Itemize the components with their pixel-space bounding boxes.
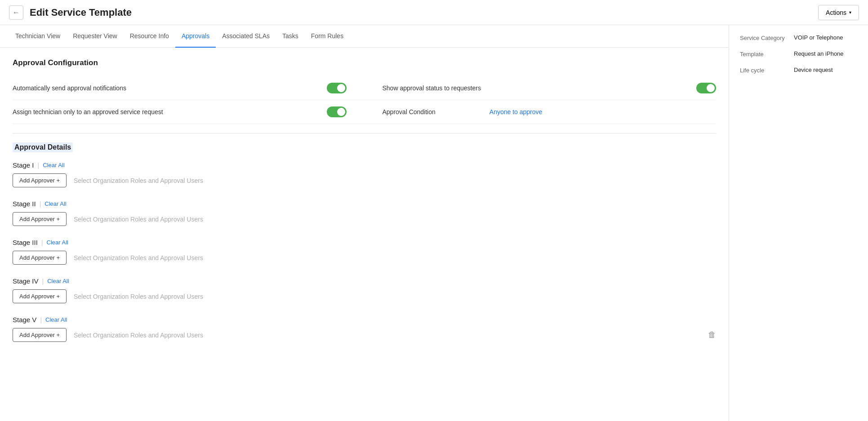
trash-icon[interactable]: 🗑 [708, 330, 716, 340]
stage-2-add-approver-button[interactable]: Add Approver + [13, 212, 67, 226]
sidebar-lifecycle-value: Device request [794, 66, 833, 73]
sidebar-row-lifecycle: Life cycle Device request [740, 66, 857, 74]
stage-2-name: Stage II [13, 200, 36, 208]
auto-send-toggle[interactable] [327, 83, 347, 93]
back-button[interactable]: ← [9, 5, 23, 20]
approval-condition-label: Approval Condition [383, 108, 436, 115]
actions-label: Actions [826, 9, 846, 16]
stage-2-clear-all[interactable]: Clear All [45, 200, 66, 207]
stage-1-add-approver-button[interactable]: Add Approver + [13, 173, 67, 187]
sidebar-service-category-key: Service Category [740, 34, 794, 41]
stage-5-add-approver-button[interactable]: Add Approver + [13, 328, 67, 342]
stage-1-name: Stage I [13, 161, 34, 169]
approval-details-title: Approval Details [13, 142, 73, 152]
tab-tasks[interactable]: Tasks [276, 25, 305, 48]
sidebar-template-key: Template [740, 50, 794, 58]
page-title: Edit Service Template [30, 7, 818, 18]
stage-3-body: Add Approver + Select Organization Roles… [13, 251, 716, 265]
page-content: Approval Configuration Automatically sen… [0, 48, 729, 421]
tab-resource-info[interactable]: Resource Info [124, 25, 175, 48]
stage-4-header: Stage IV | Clear All [13, 277, 716, 285]
stage-section-4: Stage IV | Clear All Add Approver + Sele… [13, 277, 716, 303]
stage-3-header: Stage III | Clear All [13, 239, 716, 246]
stage-4-body: Add Approver + Select Organization Roles… [13, 289, 716, 303]
header: ← Edit Service Template Actions ▾ [0, 0, 868, 25]
config-right-1: Show approval status to requesters [365, 76, 717, 100]
stage-1-body: Add Approver + Select Organization Roles… [13, 173, 716, 187]
stage-4-add-approver-button[interactable]: Add Approver + [13, 289, 67, 303]
stage-3-add-approver-button[interactable]: Add Approver + [13, 251, 67, 265]
stage-3-placeholder: Select Organization Roles and Approval U… [74, 254, 203, 261]
stage-section-3: Stage III | Clear All Add Approver + Sel… [13, 239, 716, 265]
sidebar-template-value: Request an iPhone [794, 50, 844, 57]
auto-send-label: Automatically send approval notification… [13, 84, 126, 92]
stage-1-clear-all[interactable]: Clear All [43, 162, 64, 168]
stage-section-2: Stage II | Clear All Add Approver + Sele… [13, 200, 716, 226]
chevron-down-icon: ▾ [849, 10, 851, 15]
sidebar-lifecycle-key: Life cycle [740, 66, 794, 74]
sidebar-row-service-category: Service Category VOIP or Telephone [740, 34, 857, 41]
show-approval-status-label: Show approval status to requesters [383, 84, 481, 92]
tabs-bar: Technician View Requester View Resource … [0, 25, 729, 48]
stage-1-header: Stage I | Clear All [13, 161, 716, 169]
assign-technician-label: Assign technician only to an approved se… [13, 108, 163, 115]
sidebar-service-category-value: VOIP or Telephone [794, 34, 843, 41]
stage-2-body: Add Approver + Select Organization Roles… [13, 212, 716, 226]
stage-3-name: Stage III [13, 239, 38, 246]
show-approval-status-toggle[interactable] [696, 83, 716, 93]
stage-section-5: Stage V | Clear All Add Approver + Selec… [13, 316, 716, 342]
tab-technician-view[interactable]: Technician View [9, 25, 67, 48]
tab-approvals[interactable]: Approvals [175, 25, 216, 48]
back-arrow-icon: ← [13, 9, 20, 17]
stage-5-name: Stage V [13, 316, 36, 324]
assign-technician-toggle[interactable] [327, 106, 347, 117]
stage-2-header: Stage II | Clear All [13, 200, 716, 208]
content-area: Technician View Requester View Resource … [0, 25, 729, 421]
stage-section-1: Stage I | Clear All Add Approver + Selec… [13, 161, 716, 187]
approval-config-title: Approval Configuration [13, 58, 716, 67]
stage-1-placeholder: Select Organization Roles and Approval U… [74, 177, 203, 184]
config-row-1: Automatically send approval notification… [13, 76, 716, 100]
stage-4-name: Stage IV [13, 277, 39, 285]
approval-condition-value[interactable]: Anyone to approve [490, 108, 543, 115]
config-row-2: Assign technician only to an approved se… [13, 100, 716, 124]
stage-4-placeholder: Select Organization Roles and Approval U… [74, 293, 203, 300]
app-container: ← Edit Service Template Actions ▾ Techni… [0, 0, 868, 421]
stage-5-clear-all[interactable]: Clear All [45, 316, 67, 323]
stage-3-clear-all[interactable]: Clear All [47, 239, 68, 246]
stage-5-header: Stage V | Clear All [13, 316, 716, 324]
stage-5-placeholder: Select Organization Roles and Approval U… [74, 332, 203, 339]
section-divider [13, 133, 716, 133]
main-layout: Technician View Requester View Resource … [0, 25, 868, 421]
sidebar-row-template: Template Request an iPhone [740, 50, 857, 58]
actions-button[interactable]: Actions ▾ [818, 5, 859, 20]
config-left-2: Assign technician only to an approved se… [13, 100, 365, 124]
tab-form-rules[interactable]: Form Rules [305, 25, 350, 48]
stage-2-placeholder: Select Organization Roles and Approval U… [74, 216, 203, 223]
stage-4-clear-all[interactable]: Clear All [47, 278, 69, 284]
stage-5-body: Add Approver + Select Organization Roles… [13, 328, 716, 342]
tab-requester-view[interactable]: Requester View [67, 25, 124, 48]
right-sidebar: Service Category VOIP or Telephone Templ… [729, 25, 868, 421]
config-left-1: Automatically send approval notification… [13, 76, 365, 100]
tab-associated-slas[interactable]: Associated SLAs [216, 25, 276, 48]
config-right-2: Approval Condition Anyone to approve [365, 100, 717, 124]
